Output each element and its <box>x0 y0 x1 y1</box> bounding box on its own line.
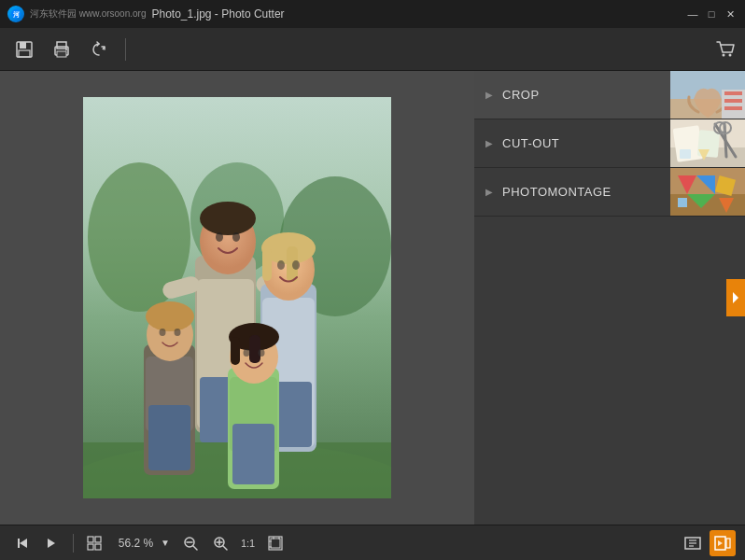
photo-container <box>83 97 391 498</box>
svg-rect-48 <box>231 337 240 365</box>
svg-rect-75 <box>678 198 687 207</box>
zoom-fit-button[interactable] <box>262 530 288 556</box>
svg-rect-38 <box>148 405 190 470</box>
toolbar <box>0 28 745 71</box>
svg-point-35 <box>292 260 300 270</box>
grid-button[interactable] <box>81 530 107 556</box>
bottom-right-buttons <box>680 530 736 556</box>
svg-point-42 <box>175 329 181 336</box>
photomontage-thumbnail <box>670 168 745 217</box>
svg-rect-92 <box>271 539 280 548</box>
svg-point-10 <box>723 53 725 56</box>
close-button[interactable]: ✕ <box>723 7 738 21</box>
minimize-button[interactable]: — <box>685 7 700 21</box>
panel-expand-arrow[interactable] <box>726 279 745 316</box>
svg-rect-32 <box>262 248 272 281</box>
bottom-separator-1 <box>73 534 74 553</box>
svg-text:河: 河 <box>13 11 21 18</box>
zoom-in-button[interactable] <box>207 530 233 556</box>
crop-arrow-icon: ▶ <box>485 90 493 100</box>
title-bar-left: 河 河东软件园 www.orsoon.org Photo_1.jpg - Pho… <box>7 6 285 22</box>
svg-marker-76 <box>733 292 738 303</box>
main-content: ▶ CROP <box>0 71 745 525</box>
cutout-label: CUT-OUT <box>502 136 670 150</box>
svg-point-51 <box>259 349 265 357</box>
photo-image <box>83 97 391 498</box>
svg-point-34 <box>277 260 285 270</box>
svg-rect-49 <box>249 335 260 363</box>
panel-item-cutout[interactable]: ▶ CUT-OUT <box>474 119 745 168</box>
svg-marker-103 <box>718 540 723 546</box>
title-bar-controls: — □ ✕ <box>685 7 738 21</box>
svg-rect-78 <box>18 539 20 548</box>
svg-rect-81 <box>95 537 101 542</box>
svg-marker-77 <box>20 539 27 548</box>
maximize-button[interactable]: □ <box>704 7 719 21</box>
app-icon: 河 <box>7 6 24 22</box>
zoom-value: 56.2 % <box>115 537 157 550</box>
print-button[interactable] <box>47 35 77 64</box>
crop-thumbnail <box>670 71 745 119</box>
svg-rect-56 <box>724 99 742 103</box>
toolbar-separator <box>125 38 126 61</box>
title-bar: 河 河东软件园 www.orsoon.org Photo_1.jpg - Pho… <box>0 0 745 28</box>
panel-item-photomontage[interactable]: ▶ PHOTOMONTAGE <box>474 168 745 217</box>
zoom-1to1-button[interactable]: 1:1 <box>237 530 259 556</box>
bottom-toolbar: 56.2 % ▼ 1:1 <box>0 525 745 560</box>
right-panel: ▶ CROP <box>474 71 745 525</box>
cutout-thumbnail <box>670 119 745 168</box>
svg-rect-83 <box>95 544 101 550</box>
zoom-dropdown-button[interactable]: ▼ <box>161 538 170 548</box>
zoom-out-button[interactable] <box>177 530 204 556</box>
svg-point-11 <box>729 53 732 56</box>
svg-rect-102 <box>726 539 730 548</box>
cutout-arrow-icon: ▶ <box>485 138 493 148</box>
cart-button[interactable] <box>715 39 736 60</box>
slideshow-button[interactable] <box>710 530 736 556</box>
svg-rect-80 <box>88 537 93 542</box>
svg-rect-55 <box>724 91 742 95</box>
crop-label: CROP <box>502 88 670 102</box>
svg-point-41 <box>160 329 166 336</box>
save-button[interactable] <box>9 35 39 64</box>
svg-point-22 <box>200 202 256 235</box>
svg-rect-3 <box>20 42 26 49</box>
nav-first-button[interactable] <box>9 530 35 556</box>
fit-width-button[interactable] <box>680 530 706 556</box>
photomontage-arrow-icon: ▶ <box>485 187 493 197</box>
window-title: Photo_1.jpg - Photo Cutter <box>151 7 284 21</box>
svg-line-88 <box>223 546 227 550</box>
svg-line-85 <box>193 546 197 550</box>
svg-rect-45 <box>232 424 274 484</box>
watermark: 河东软件园 www.orsoon.org <box>30 7 146 21</box>
svg-rect-57 <box>724 106 742 110</box>
svg-point-50 <box>244 349 250 357</box>
svg-point-40 <box>146 301 194 331</box>
svg-point-23 <box>216 232 223 242</box>
svg-marker-79 <box>48 539 55 548</box>
zoom-display: 56.2 % ▼ <box>115 537 170 550</box>
svg-rect-6 <box>57 42 66 49</box>
rotate-button[interactable] <box>84 35 114 64</box>
svg-point-8 <box>65 49 67 50</box>
svg-point-24 <box>232 232 240 242</box>
nav-next-button[interactable] <box>39 530 65 556</box>
svg-rect-66 <box>680 149 691 159</box>
photomontage-label: PHOTOMONTAGE <box>502 185 670 199</box>
svg-rect-4 <box>19 50 30 57</box>
canvas-area[interactable] <box>0 71 474 525</box>
svg-rect-7 <box>57 51 66 57</box>
svg-rect-82 <box>88 544 93 550</box>
panel-item-crop[interactable]: ▶ CROP <box>474 71 745 119</box>
